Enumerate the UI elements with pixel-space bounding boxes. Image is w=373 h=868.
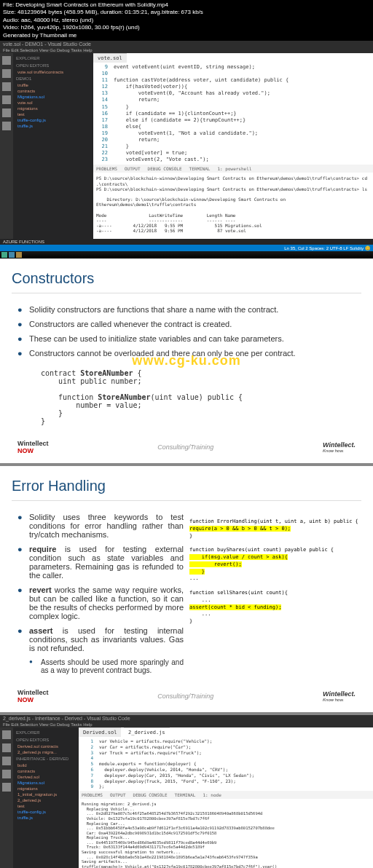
activity-bar[interactable] xyxy=(0,727,13,868)
wintellect-logo: Wintellect.Know how. xyxy=(323,441,356,453)
scm-icon[interactable] xyxy=(2,757,11,765)
panel-tab[interactable]: PROBLEMS xyxy=(96,166,117,171)
activity-bar[interactable] xyxy=(0,53,13,239)
bullet-item: require is used for testing external con… xyxy=(29,545,184,580)
project-label[interactable]: DEMO1 xyxy=(15,75,92,82)
editor-tab-active[interactable]: 2_derived.js xyxy=(124,727,170,737)
editor-pane[interactable]: vote.sol 9event voteEvent(uint eventID, … xyxy=(93,53,373,239)
editor-tab[interactable]: vote.sol xyxy=(93,53,127,63)
watermark: www.cg-ku.com xyxy=(132,353,240,368)
terminal-selector[interactable]: 1: node xyxy=(203,792,221,797)
files-icon[interactable] xyxy=(2,730,11,739)
tree-item[interactable]: test xyxy=(15,803,77,809)
bullet-item: Solidity uses three keywords to test con… xyxy=(29,513,184,539)
bullet-item: Constructors are called whenever the con… xyxy=(29,320,361,328)
scm-icon[interactable] xyxy=(2,82,11,91)
bullet-list: Solidity constructors are functions that… xyxy=(12,305,361,358)
code-examples-right: function ErrorHandling(uint t, uint a, u… xyxy=(189,513,361,680)
video-metadata-header: File: Developing Smart Contracts on Ethe… xyxy=(0,0,373,41)
slide-constructors: www.cg-ku.com Constructors Solidity cons… xyxy=(0,259,373,463)
task-icon[interactable] xyxy=(16,252,22,258)
open-editor-item[interactable]: Derived.sol contracts xyxy=(15,743,77,749)
tree-item[interactable]: 2_derived.js xyxy=(15,797,77,803)
wintellect-now-logo: WintellectNOW xyxy=(17,689,48,703)
status-bar[interactable]: Ln 35, Col 2 Spaces: 2 UTF-8 LF Solidity… xyxy=(0,245,373,251)
explorer-label: EXPLORER xyxy=(15,55,92,62)
panel-tabs[interactable]: PROBLEMS OUTPUT DEBUG CONSOLE TERMINAL 1… xyxy=(93,165,373,173)
vscode-window-2: 2_derived.js - Inheritance - Derived - V… xyxy=(0,715,373,868)
tree-item[interactable]: truffle.js xyxy=(15,123,92,129)
tree-item[interactable]: 1_initial_migration.js xyxy=(15,792,77,797)
task-icon[interactable] xyxy=(9,252,15,258)
debug-icon[interactable] xyxy=(2,95,11,104)
gen-line: Generated by Thumbnail me xyxy=(3,32,370,39)
panel-tabs[interactable]: PROBLEMS OUTPUT DEBUG CONSOLE TERMINAL 1… xyxy=(79,791,373,799)
search-icon[interactable] xyxy=(2,69,11,78)
azure-functions-label[interactable]: AZURE FUNCTIONS xyxy=(0,239,373,245)
tree-item[interactable]: truffle.js xyxy=(15,815,77,821)
extensions-icon[interactable] xyxy=(2,783,11,792)
tree-item[interactable]: vote.sol xyxy=(15,100,92,106)
bullet-item: assert is used for testing internal cond… xyxy=(29,626,184,652)
slide-error-handling: Error Handling Solidity uses three keywo… xyxy=(0,466,373,712)
slide-footer: WintellectNOW Consulting/Training Wintel… xyxy=(12,437,361,457)
panel-tab[interactable]: DEBUG CONSOLE xyxy=(148,166,182,171)
tree-item[interactable]: contracts xyxy=(15,88,92,94)
search-icon[interactable] xyxy=(2,743,11,752)
bullet-item: These can be used to initialize state va… xyxy=(29,334,361,343)
tree-item[interactable]: truffle-config.js xyxy=(15,117,92,123)
bullet-item: Solidity constructors are functions that… xyxy=(29,305,361,314)
tree-item[interactable]: test xyxy=(15,111,92,117)
tree-item[interactable]: Derived.sol xyxy=(15,774,77,780)
code-area[interactable]: 1var Vehicle = artifacts.require("Vehicl… xyxy=(79,737,373,791)
windows-taskbar[interactable] xyxy=(0,251,373,259)
code-example: contract StoreANumber { uint public numb… xyxy=(12,363,361,431)
video-line: Video: h264, yuv420p, 1920x1080, 30.00 f… xyxy=(3,24,370,31)
tree-item[interactable]: truffle xyxy=(15,82,92,88)
wintellect-logo: Wintellect.Know how. xyxy=(323,690,356,702)
open-editors-label[interactable]: OPEN EDITORS xyxy=(15,62,92,69)
code-area[interactable]: 9event voteEvent(uint eventID, string me… xyxy=(93,63,373,165)
tree-item[interactable]: migrations xyxy=(15,786,77,792)
sub-bullet: Asserts should be used more sparingly an… xyxy=(41,658,184,674)
slide-title: Error Handling xyxy=(12,478,361,501)
files-icon[interactable] xyxy=(2,56,11,65)
explorer-sidebar[interactable]: EXPLORER OPEN EDITORS vote.sol truffle\c… xyxy=(13,53,93,239)
start-icon[interactable] xyxy=(1,252,7,258)
menu-bar[interactable]: File Edit Selection View Go Debug Tasks … xyxy=(0,47,373,53)
bullet-item: revert works the same way require works,… xyxy=(29,585,184,620)
debug-icon[interactable] xyxy=(2,770,11,778)
size-line: Size: 481239694 bytes (458.95 MiB), dura… xyxy=(3,9,370,16)
panel-tab[interactable]: OUTPUT xyxy=(125,166,141,171)
open-editor-item[interactable]: vote.sol truffle\contracts xyxy=(15,69,92,75)
panel-tab[interactable]: OUTPUT xyxy=(110,792,126,797)
tree-item[interactable]: migrations xyxy=(15,106,92,111)
panel-tab[interactable]: TERMINAL xyxy=(175,792,196,797)
bullet-list: Solidity uses three keywords to test con… xyxy=(12,513,184,674)
menu-bar[interactable]: File Edit Selection View Go Debug Tasks … xyxy=(0,722,373,727)
tree-item[interactable]: contracts xyxy=(15,768,77,774)
footer-center-text: Consulting/Training xyxy=(157,443,213,451)
terminal-selector[interactable]: 1: powershell xyxy=(217,166,251,171)
slide-footer: WintellectNOW Consulting/Training Wintel… xyxy=(12,686,361,706)
window-title: 2_derived.js - Inheritance - Derived - V… xyxy=(0,715,373,722)
explorer-sidebar[interactable]: EXPLORER OPEN EDITORS Derived.sol contra… xyxy=(13,727,79,868)
terminal-output[interactable]: PS D:\source\blockchain-winnow\Developin… xyxy=(93,173,373,239)
audio-line: Audio: aac, 48000 Hz, stereo (und) xyxy=(3,17,370,24)
azure-icon[interactable] xyxy=(2,122,11,130)
panel-tab[interactable]: TERMINAL xyxy=(189,166,211,171)
tree-item[interactable]: build xyxy=(15,762,77,768)
tree-item[interactable]: truffle-config.js xyxy=(15,809,77,815)
open-editors-label[interactable]: OPEN EDITORS xyxy=(15,736,77,743)
tree-item[interactable]: Migrations.sol xyxy=(15,94,92,100)
panel-tab[interactable]: DEBUG CONSOLE xyxy=(133,792,168,797)
open-editor-item[interactable]: 2_derived.js migra... xyxy=(15,749,77,755)
tree-item[interactable]: Migrations.sol xyxy=(15,780,77,786)
project-label[interactable]: INHERITANCE - DERIVED xyxy=(15,755,77,762)
panel-tab[interactable]: PROBLEMS xyxy=(82,792,103,797)
terminal-output[interactable]: Running migration: 2_derived.js Replacin… xyxy=(79,799,373,868)
extensions-icon[interactable] xyxy=(2,108,11,117)
editor-pane[interactable]: Derived.sol 2_derived.js 1var Vehicle = … xyxy=(79,727,373,868)
slide-title: Constructors xyxy=(12,270,361,293)
editor-tab[interactable]: Derived.sol xyxy=(79,727,121,737)
